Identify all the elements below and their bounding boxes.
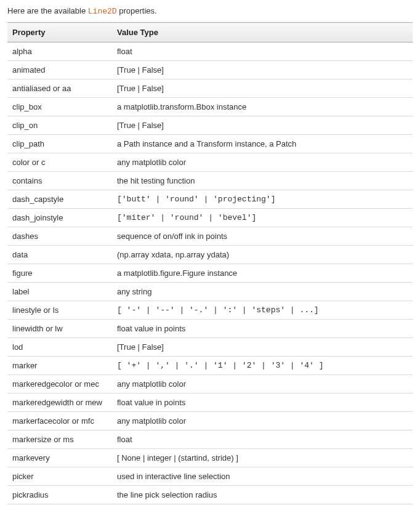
table-row: dashessequence of on/off ink in points (7, 227, 413, 246)
property-cell: antialiased or aa (7, 79, 112, 98)
property-cell: linewidth or lw (7, 320, 112, 338)
property-cell: label (7, 283, 112, 301)
property-cell: data (7, 246, 112, 264)
table-row: linestyle or ls[ '-' | '--' | '-.' | ':'… (7, 301, 413, 320)
value-type-cell: [ None | integer | (startind, stride) ] (112, 449, 413, 467)
table-row: linewidth or lwfloat value in points (7, 320, 413, 338)
value-type-cell: float (112, 430, 413, 449)
intro-suffix: properties. (117, 6, 157, 15)
value-type-cell: any matplotlib color (112, 412, 413, 430)
property-cell: markeredgewidth or mew (7, 394, 112, 412)
value-type-cell: used in interactive line selection (112, 467, 413, 486)
value-type-cell: [True | False] (112, 338, 413, 357)
value-type-cell: any matplotlib color (112, 153, 413, 172)
value-type-cell: float (112, 42, 413, 61)
property-cell: dash_capstyle (7, 190, 112, 209)
property-cell: contains (7, 172, 112, 190)
property-cell: clip_box (7, 98, 112, 116)
property-cell: linestyle or ls (7, 301, 112, 320)
table-row: alphafloat (7, 42, 413, 61)
property-cell: color or c (7, 153, 112, 172)
value-type-cell: [True | False] (112, 116, 413, 135)
table-row: labelany string (7, 283, 413, 301)
value-type-cell: a Path instance and a Transform instance… (112, 135, 413, 153)
table-row: markeredgecolor or mecany matplotlib col… (7, 375, 413, 394)
table-row: animated[True | False] (7, 61, 413, 79)
property-cell: markersize or ms (7, 430, 112, 449)
value-type-cell: [ '-' | '--' | '-.' | ':' | 'steps' | ..… (112, 301, 413, 320)
intro-prefix: Here are the available (7, 6, 88, 15)
table-row: markersize or msfloat (7, 430, 413, 449)
value-type-cell: any string (112, 283, 413, 301)
value-type-cell: the hit testing function (112, 172, 413, 190)
value-type-cell: the line pick selection radius (112, 486, 413, 504)
header-row: Property Value Type (7, 23, 413, 42)
header-property: Property (7, 23, 112, 42)
table-row: figurea matplotlib.figure.Figure instanc… (7, 264, 413, 283)
property-cell: dashes (7, 227, 112, 246)
property-cell: alpha (7, 42, 112, 61)
property-cell: clip_path (7, 135, 112, 153)
table-row: data(np.array xdata, np.array ydata) (7, 246, 413, 264)
table-row: lod[True | False] (7, 338, 413, 357)
table-row: containsthe hit testing function (7, 172, 413, 190)
property-cell: markeredgecolor or mec (7, 375, 112, 394)
intro-class-name: Line2D (88, 7, 117, 16)
property-cell: lod (7, 338, 112, 357)
value-type-cell: ['butt' | 'round' | 'projecting'] (112, 190, 413, 209)
value-type-cell: [True | False] (112, 79, 413, 98)
value-type-cell: a matplotlib.transform.Bbox instance (112, 98, 413, 116)
property-cell: markerfacecolor or mfc (7, 412, 112, 430)
intro-text: Here are the available Line2D properties… (7, 6, 413, 16)
table-row: clip_on[True | False] (7, 116, 413, 135)
table-row: color or cany matplotlib color (7, 153, 413, 172)
table-row: marker[ '+' | ',' | '.' | '1' | '2' | '3… (7, 357, 413, 375)
table-row: markeredgewidth or mewfloat value in poi… (7, 394, 413, 412)
table-row: pickradiusthe line pick selection radius (7, 486, 413, 504)
value-type-cell: [True | False] (112, 61, 413, 79)
value-type-cell: ['miter' | 'round' | 'bevel'] (112, 209, 413, 227)
table-row: markerfacecolor or mfcany matplotlib col… (7, 412, 413, 430)
property-cell: clip_on (7, 116, 112, 135)
property-cell: pickradius (7, 486, 112, 504)
property-cell: dash_joinstyle (7, 209, 112, 227)
value-type-cell: any matplotlib color (112, 375, 413, 394)
value-type-cell: a matplotlib.figure.Figure instance (112, 264, 413, 283)
property-cell: figure (7, 264, 112, 283)
header-value-type: Value Type (112, 23, 413, 42)
value-type-cell: sequence of on/off ink in points (112, 227, 413, 246)
table-row: markevery[ None | integer | (startind, s… (7, 449, 413, 467)
property-cell: marker (7, 357, 112, 375)
table-row: dash_joinstyle['miter' | 'round' | 'beve… (7, 209, 413, 227)
value-type-cell: float value in points (112, 394, 413, 412)
table-row: antialiased or aa[True | False] (7, 79, 413, 98)
property-cell: markevery (7, 449, 112, 467)
properties-table: Property Value Type alphafloatanimated[T… (7, 22, 413, 505)
property-cell: animated (7, 61, 112, 79)
table-row: clip_boxa matplotlib.transform.Bbox inst… (7, 98, 413, 116)
table-row: dash_capstyle['butt' | 'round' | 'projec… (7, 190, 413, 209)
value-type-cell: float value in points (112, 320, 413, 338)
value-type-cell: (np.array xdata, np.array ydata) (112, 246, 413, 264)
table-row: pickerused in interactive line selection (7, 467, 413, 486)
table-row: clip_patha Path instance and a Transform… (7, 135, 413, 153)
property-cell: picker (7, 467, 112, 486)
value-type-cell: [ '+' | ',' | '.' | '1' | '2' | '3' | '4… (112, 357, 413, 375)
